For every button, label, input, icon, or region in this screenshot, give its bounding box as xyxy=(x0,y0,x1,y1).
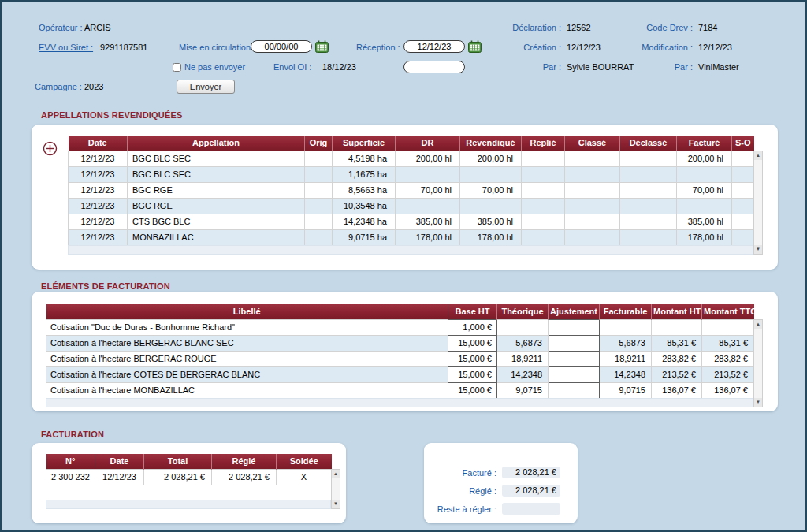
table-row[interactable]: Cotisation à l'hectare BERGERAC ROUGE15,… xyxy=(46,351,754,366)
table-cell: BGC BLC SEC xyxy=(128,166,305,182)
plus-icon xyxy=(43,141,58,156)
table-cell: 12/12/23 xyxy=(69,182,128,198)
calendar-icon[interactable] xyxy=(468,40,482,53)
table-cell xyxy=(522,166,565,182)
table-cell: 12/12/23 xyxy=(95,469,144,485)
table-cell: 70,00 hl xyxy=(677,182,732,198)
facturation-panel: N°DateTotalRégléSoldée 2 300 23212/12/23… xyxy=(32,443,346,523)
column-header: Superficie xyxy=(333,136,396,151)
table-cell: CTS BGC BLC xyxy=(128,214,305,229)
horizontal-scroll-strip[interactable] xyxy=(46,398,753,407)
table-cell xyxy=(522,229,565,245)
table-row[interactable]: Cotisation à l'hectare BERGERAC BLANC SE… xyxy=(46,335,754,351)
table-row[interactable]: 12/12/23MONBAZILLAC9,0715 ha178,00 hl178… xyxy=(69,229,754,245)
scroll-down-icon[interactable]: ▼ xyxy=(754,245,762,254)
table-row[interactable]: 12/12/23BGC BLC SEC4,5198 ha200,00 hl200… xyxy=(69,151,754,166)
table-cell: 14,2348 xyxy=(497,366,549,382)
mise-en-circulation-input[interactable] xyxy=(251,40,312,53)
table-row[interactable]: Cotisation à l'hectare COTES DE BERGERAC… xyxy=(46,366,754,382)
operateur-label[interactable]: Opérateur : xyxy=(39,23,83,32)
declaration-label[interactable]: Déclaration : xyxy=(512,23,561,32)
declaration-value: 12562 xyxy=(567,23,591,32)
scroll-down-icon[interactable]: ▼ xyxy=(332,500,340,508)
scroll-up-icon[interactable]: ▲ xyxy=(754,151,762,160)
table-cell: 8,5663 ha xyxy=(333,182,396,198)
code-drev-value: 7184 xyxy=(698,23,717,32)
scroll-up-icon[interactable]: ▲ xyxy=(754,320,762,329)
table-cell xyxy=(732,214,754,229)
table-cell xyxy=(620,214,677,229)
table-cell: 385,00 hl xyxy=(460,214,522,229)
campagne-value: 2023 xyxy=(84,82,103,91)
reste-a-regler-label: Reste à régler : xyxy=(424,504,496,514)
add-row-button[interactable] xyxy=(43,141,58,158)
horizontal-scroll-strip[interactable] xyxy=(68,245,753,255)
appellations-table: DateAppellationOrigSuperficieDRRevendiqu… xyxy=(68,136,754,246)
table-cell: Cotisation à l'hectare COTES DE BERGERAC… xyxy=(46,366,448,382)
table-cell: 1,000 € xyxy=(448,319,497,335)
table-cell: 15,000 € xyxy=(448,335,497,351)
campagne-label: Campagne : xyxy=(35,82,82,91)
scroll-down-icon[interactable]: ▼ xyxy=(754,398,762,407)
column-header: Facturable xyxy=(600,304,652,319)
envoyer-button[interactable]: Envoyer xyxy=(177,80,235,94)
column-header: Déclassé xyxy=(620,136,677,151)
table-cell: 213,52 € xyxy=(652,366,702,382)
vertical-scrollbar[interactable]: ▲ ▼ xyxy=(753,319,763,407)
table-row[interactable]: 12/12/23BGC BLC SEC1,1675 ha xyxy=(69,166,754,182)
table-cell: BGC RGE xyxy=(128,198,305,214)
secondary-date-input[interactable] xyxy=(404,61,465,73)
vertical-scrollbar[interactable]: ▲ ▼ xyxy=(331,469,340,509)
facture-label: Facturé : xyxy=(424,468,496,478)
table-cell: 15,000 € xyxy=(448,366,497,382)
reste-summary-row: Reste à régler : xyxy=(424,503,560,515)
table-cell xyxy=(565,182,620,198)
vertical-scrollbar[interactable]: ▲ ▼ xyxy=(753,151,763,255)
scroll-up-icon[interactable]: ▲ xyxy=(332,470,340,478)
table-cell: 9,0715 ha xyxy=(333,229,396,245)
regle-label: Réglé : xyxy=(424,486,496,496)
column-header: Date xyxy=(69,136,128,151)
calendar-icon[interactable] xyxy=(315,40,329,53)
column-header: DR xyxy=(396,136,460,151)
table-cell xyxy=(732,166,754,182)
table-header-row: N°DateTotalRégléSoldée xyxy=(46,454,332,469)
table-cell: MONBAZILLAC xyxy=(128,229,305,245)
table-cell: 9,0715 xyxy=(497,382,549,398)
table-cell: Cotisation à l'hectare BERGERAC ROUGE xyxy=(46,351,448,366)
table-cell: 5,6873 xyxy=(497,335,549,351)
table-row[interactable]: 12/12/23BGC RGE10,3548 ha xyxy=(69,198,754,214)
app-window: { "colors": { "accent_maroon": "#8e1f2e"… xyxy=(0,0,807,532)
envoi-oi-label: Envoi OI : xyxy=(273,62,311,72)
horizontal-scroll-strip[interactable] xyxy=(46,500,331,509)
table-cell: 2 028,21 € xyxy=(212,469,277,485)
reception-input[interactable] xyxy=(404,40,465,53)
table-row[interactable]: Cotisation à l'hectare MONBAZILLAC15,000… xyxy=(46,382,754,398)
table-cell xyxy=(732,229,754,245)
modification-value: 12/12/23 xyxy=(698,43,732,52)
column-header: N° xyxy=(46,454,95,469)
table-cell xyxy=(677,166,732,182)
table-row[interactable]: 12/12/23BGC RGE8,5663 ha70,00 hl70,00 hl… xyxy=(69,182,754,198)
table-cell xyxy=(620,229,677,245)
table-cell xyxy=(522,151,565,166)
facturation-table: N°DateTotalRégléSoldée 2 300 23212/12/23… xyxy=(46,454,332,485)
table-cell xyxy=(565,198,620,214)
table-row[interactable]: 12/12/23CTS BGC BLC14,2348 ha385,00 hl38… xyxy=(69,214,754,229)
table-cell xyxy=(522,198,565,214)
ne-pas-envoyer-checkbox[interactable] xyxy=(173,63,181,72)
table-cell: Cotisation "Duc de Duras - Bonhomme Rich… xyxy=(46,319,448,335)
appellations-section-title: APPELLATIONS REVENDIQUÉES xyxy=(41,110,183,120)
evv-siret-label[interactable]: EVV ou Siret : xyxy=(39,43,93,52)
table-row[interactable]: Cotisation "Duc de Duras - Bonhomme Rich… xyxy=(46,319,754,335)
table-cell xyxy=(305,182,333,198)
table-cell xyxy=(620,182,677,198)
table-cell: 283,82 € xyxy=(702,351,754,366)
table-cell xyxy=(305,151,333,166)
table-cell: 213,52 € xyxy=(702,366,754,382)
column-header: S-O xyxy=(732,136,754,151)
modification-par-label: Par : xyxy=(675,62,693,72)
table-cell xyxy=(396,198,460,214)
table-row[interactable]: 2 300 23212/12/232 028,21 €2 028,21 €X xyxy=(46,469,332,485)
facturation-section-title: FACTURATION xyxy=(41,430,104,439)
